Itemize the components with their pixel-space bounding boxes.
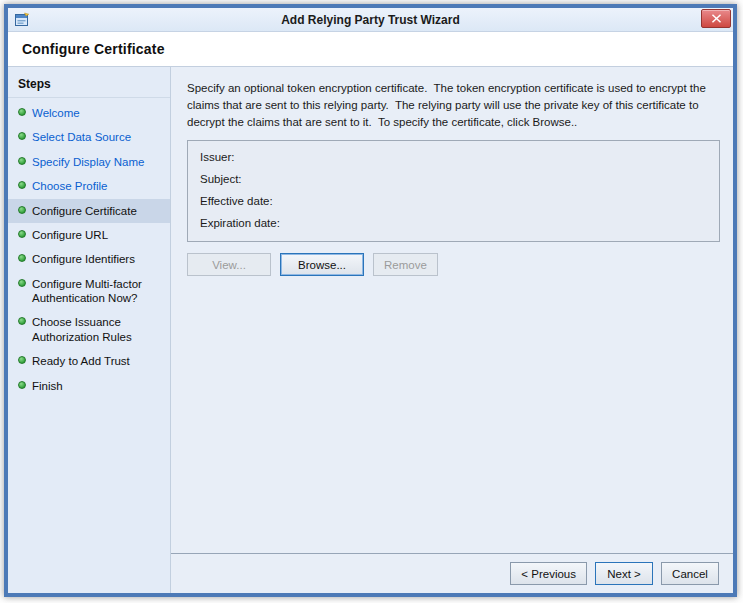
step-label: Welcome [32,106,80,120]
step-configure-multi-factor: Configure Multi-factor Authentication No… [8,272,170,311]
certificate-info-box: Issuer: Subject: Effective date: Expirat… [187,140,720,242]
step-dot-icon [18,206,26,214]
effective-date-label: Effective date: [200,195,273,207]
wizard-window: Add Relying Party Trust Wizard Configure… [4,4,737,597]
step-ready-to-add-trust: Ready to Add Trust [8,349,170,373]
step-welcome[interactable]: Welcome [8,101,170,125]
next-button[interactable]: Next > [595,562,653,585]
window-title: Add Relying Party Trust Wizard [8,13,733,27]
step-dot-icon [18,157,26,165]
step-label: Specify Display Name [32,155,144,169]
instructions-text: Specify an optional token encryption cer… [187,80,720,131]
subject-label: Subject: [200,173,242,185]
step-label: Configure Multi-factor Authentication No… [32,277,162,306]
step-label: Finish [32,379,63,393]
certificate-actions: View... Browse... Remove [187,253,720,276]
step-dot-icon [18,132,26,140]
step-configure-identifiers: Configure Identifiers [8,247,170,271]
step-dot-icon [18,108,26,116]
steps-sidebar: Steps Welcome Select Data Source Specify… [8,67,171,593]
step-dot-icon [18,181,26,189]
issuer-row: Issuer: [200,149,707,171]
step-dot-icon [18,356,26,364]
step-label: Configure URL [32,228,108,242]
step-label: Choose Profile [32,179,107,193]
step-label: Select Data Source [32,130,131,144]
step-dot-icon [18,381,26,389]
step-label: Choose Issuance Authorization Rules [32,315,162,344]
steps-heading: Steps [8,73,170,98]
screen: Add Relying Party Trust Wizard Configure… [0,0,743,603]
issuer-label: Issuer: [200,151,235,163]
wizard-footer: < Previous Next > Cancel [171,553,733,593]
steps-list: Welcome Select Data Source Specify Displ… [8,101,170,398]
wizard-icon [14,12,30,28]
remove-button[interactable]: Remove [373,253,438,276]
page-title: Configure Certificate [22,41,165,57]
wizard-body: Steps Welcome Select Data Source Specify… [8,67,733,593]
expiration-date-row: Expiration date: [200,215,707,237]
wizard-right-pane: Specify an optional token encryption cer… [171,67,733,593]
subject-row: Subject: [200,171,707,193]
step-choose-profile[interactable]: Choose Profile [8,174,170,198]
effective-date-row: Effective date: [200,193,707,215]
view-button[interactable]: View... [187,253,271,276]
cancel-button[interactable]: Cancel [661,562,719,585]
step-select-data-source[interactable]: Select Data Source [8,125,170,149]
step-label: Configure Identifiers [32,252,135,266]
step-specify-display-name[interactable]: Specify Display Name [8,150,170,174]
expiration-date-label: Expiration date: [200,217,280,229]
previous-button[interactable]: < Previous [510,562,587,585]
step-content: Specify an optional token encryption cer… [171,67,733,553]
step-configure-certificate: Configure Certificate [8,199,170,223]
browse-button[interactable]: Browse... [280,253,364,276]
step-dot-icon [18,230,26,238]
close-button[interactable] [701,9,731,28]
titlebar[interactable]: Add Relying Party Trust Wizard [8,8,733,32]
step-label: Configure Certificate [32,204,137,218]
step-dot-icon [18,254,26,262]
step-finish: Finish [8,374,170,398]
step-configure-url: Configure URL [8,223,170,247]
close-icon [711,14,722,23]
step-label: Ready to Add Trust [32,354,130,368]
step-dot-icon [18,279,26,287]
page-header: Configure Certificate [8,32,733,67]
step-dot-icon [18,317,26,325]
step-choose-issuance-rules: Choose Issuance Authorization Rules [8,310,170,349]
